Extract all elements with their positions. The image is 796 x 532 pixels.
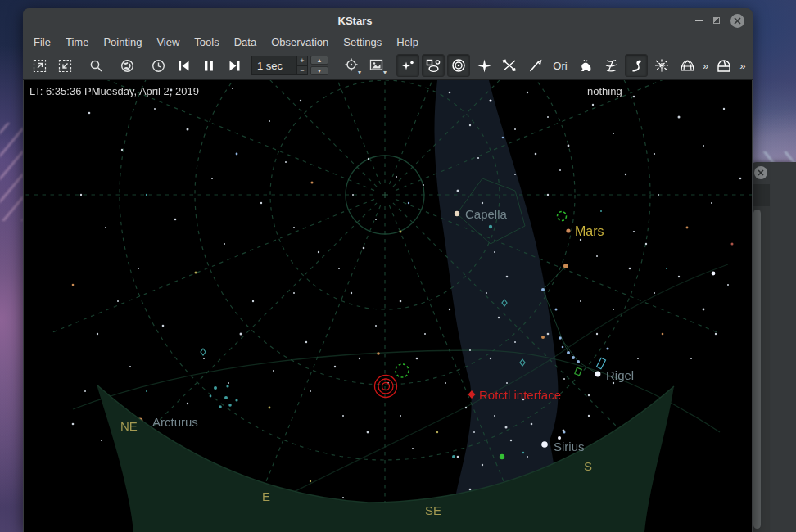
flag-pin-icon bbox=[528, 59, 542, 73]
toggle-stars-button[interactable] bbox=[396, 54, 419, 77]
toggle-horizontal-grid-button[interactable] bbox=[676, 54, 699, 77]
set-time-button[interactable] bbox=[147, 54, 170, 77]
direction-label-e: E bbox=[262, 489, 270, 503]
toggle-constellation-boundaries-button[interactable] bbox=[599, 54, 622, 77]
horizontal-grid-icon bbox=[680, 59, 695, 72]
time-step-plus-button[interactable]: + bbox=[297, 56, 308, 65]
stars-icon bbox=[401, 59, 415, 73]
rabbit-icon bbox=[579, 59, 593, 73]
set-location-button[interactable] bbox=[115, 54, 138, 77]
toolbar: + − ▲ ▼ ▾ ▾ bbox=[23, 52, 753, 80]
toggle-constellation-art-button[interactable] bbox=[574, 54, 597, 77]
time-step-control: + − ▲ ▼ bbox=[251, 56, 328, 75]
observatory-dome-icon bbox=[717, 59, 731, 73]
menu-time[interactable]: Time bbox=[58, 34, 96, 50]
toggle-deep-sky-button[interactable] bbox=[422, 54, 445, 77]
toggle-equatorial-grid-button[interactable] bbox=[650, 54, 673, 77]
window-title: KStars bbox=[338, 15, 373, 27]
scrollbar-track[interactable] bbox=[750, 206, 770, 532]
menu-settings[interactable]: Settings bbox=[336, 34, 389, 50]
search-icon bbox=[89, 59, 103, 73]
zoom-fit-in-icon bbox=[33, 59, 47, 73]
toggle-supernovae-button[interactable] bbox=[473, 54, 495, 77]
menu-observation[interactable]: Observation bbox=[264, 34, 336, 50]
pause-icon bbox=[203, 60, 215, 72]
menu-view[interactable]: View bbox=[149, 34, 187, 50]
object-label-sirius: Sirius bbox=[554, 440, 585, 453]
object-label-rigel: Rigel bbox=[606, 368, 634, 382]
minimize-icon[interactable] bbox=[695, 20, 703, 21]
solar-system-icon bbox=[451, 58, 466, 73]
menu-data[interactable]: Data bbox=[227, 34, 264, 50]
toggle-satellites-button[interactable] bbox=[498, 54, 521, 77]
scrollbar-thumb[interactable] bbox=[753, 210, 761, 529]
menubar: File Time Pointing View Tools Data Obser… bbox=[23, 33, 753, 52]
zoom-fit-out-button[interactable] bbox=[53, 54, 76, 77]
constellation-names-icon: Ori bbox=[553, 60, 567, 72]
constellation-boundaries-icon bbox=[604, 59, 618, 72]
zoom-fit-in-button[interactable] bbox=[28, 54, 51, 77]
image-icon bbox=[369, 59, 384, 72]
background-window-strip bbox=[750, 162, 796, 532]
direction-label-se: SE bbox=[425, 503, 441, 517]
time-step-down-button[interactable]: ▼ bbox=[310, 66, 328, 75]
time-step-up-button[interactable]: ▲ bbox=[310, 56, 328, 65]
milky-way-icon bbox=[630, 59, 643, 73]
sky-map-svg: CapellaMarsRigelSiriusArcturusNEESESRotc… bbox=[24, 80, 752, 532]
menu-tools[interactable]: Tools bbox=[187, 34, 226, 50]
menu-pointing[interactable]: Pointing bbox=[96, 34, 149, 50]
background-window-content bbox=[752, 184, 770, 206]
object-label-capella: Capella bbox=[465, 207, 508, 221]
toggle-constellation-names-button[interactable]: Ori bbox=[549, 54, 572, 77]
skip-backward-icon bbox=[178, 60, 190, 72]
direction-label-s: S bbox=[584, 459, 592, 473]
kstars-window: KStars File Time Pointing View Tools Dat… bbox=[23, 8, 753, 532]
toolbar-overflow-button[interactable]: » bbox=[701, 60, 710, 72]
sky-map-canvas[interactable]: CapellaMarsRigelSiriusArcturusNEESESRotc… bbox=[24, 80, 752, 532]
deep-sky-objects-icon bbox=[426, 59, 441, 73]
close-icon[interactable] bbox=[754, 166, 767, 179]
target-crosshair-icon bbox=[344, 58, 359, 73]
observatory-dome-button[interactable] bbox=[712, 54, 735, 77]
zoom-fit-out-icon bbox=[58, 59, 72, 73]
time-step-input[interactable] bbox=[251, 56, 297, 75]
wallpaper-streaks bbox=[0, 123, 23, 221]
fov-symbol-button[interactable]: ▾ bbox=[365, 54, 388, 77]
skip-forward-icon bbox=[228, 60, 241, 72]
menu-file[interactable]: File bbox=[26, 34, 58, 50]
time-step-forward-button[interactable] bbox=[223, 54, 246, 77]
satellites-icon bbox=[502, 59, 517, 72]
toggle-clock-pause-button[interactable] bbox=[197, 54, 220, 77]
clock-icon bbox=[152, 59, 165, 73]
pointing-button[interactable]: ▾ bbox=[340, 54, 363, 77]
time-step-minus-button[interactable]: − bbox=[297, 65, 308, 75]
find-object-button[interactable] bbox=[84, 54, 107, 77]
titlebar[interactable]: KStars bbox=[23, 8, 753, 33]
close-icon[interactable] bbox=[730, 14, 744, 28]
toggle-solar-system-button[interactable] bbox=[447, 54, 470, 77]
toolbar-overflow-2-button[interactable]: » bbox=[738, 60, 747, 72]
restore-icon[interactable] bbox=[713, 17, 720, 24]
dropdown-caret-icon: ▾ bbox=[383, 70, 387, 76]
dropdown-caret-icon: ▾ bbox=[358, 70, 361, 76]
globe-icon bbox=[120, 59, 134, 73]
time-step-backward-button[interactable] bbox=[172, 54, 195, 77]
ground bbox=[97, 385, 674, 532]
rotctl-interface-label: Rotctl interface bbox=[479, 388, 561, 402]
object-label-mars: Mars bbox=[575, 224, 604, 238]
menu-help[interactable]: Help bbox=[389, 34, 426, 50]
supernova-star-icon bbox=[477, 59, 491, 73]
object-label-arcturus: Arcturus bbox=[152, 415, 198, 429]
equatorial-grid-icon bbox=[654, 59, 669, 72]
direction-label-ne: NE bbox=[120, 419, 138, 433]
toggle-milky-way-button[interactable] bbox=[625, 54, 648, 77]
toggle-flags-button[interactable] bbox=[523, 54, 546, 77]
